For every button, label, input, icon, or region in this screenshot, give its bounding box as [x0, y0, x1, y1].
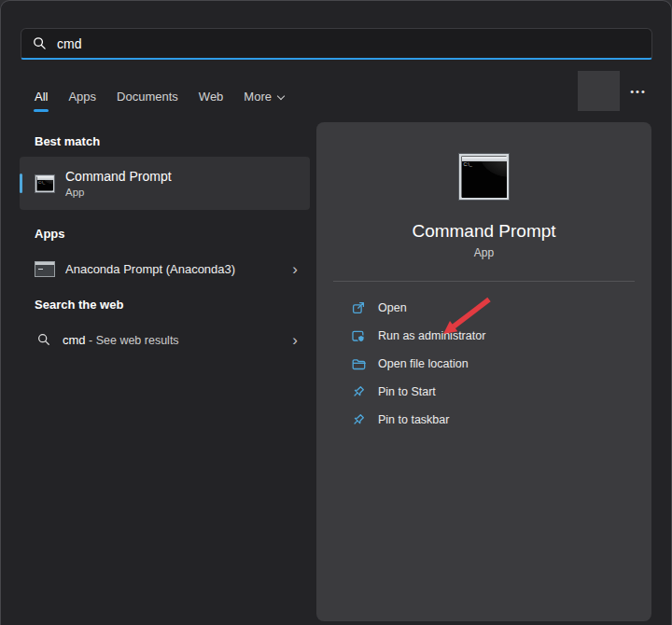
- search-the-web-heading: Search the web: [35, 298, 123, 312]
- tab-apps[interactable]: Apps: [68, 90, 96, 104]
- search-icon: [37, 333, 50, 346]
- chevron-down-icon: [277, 92, 285, 100]
- preview-subtitle: App: [474, 246, 494, 259]
- result-web-search-cmd[interactable]: cmd - See web results ›: [20, 318, 310, 361]
- action-run-as-administrator[interactable]: Run as administrator: [351, 322, 651, 350]
- action-label: Pin to taskbar: [378, 413, 449, 426]
- tab-more[interactable]: More: [244, 90, 284, 104]
- divider: [333, 281, 635, 282]
- anaconda-prompt-icon: [35, 261, 55, 277]
- action-label: Pin to Start: [378, 385, 436, 398]
- run-as-administrator-icon: [351, 328, 366, 343]
- chevron-right-icon[interactable]: ›: [292, 332, 298, 348]
- folder-icon: [351, 356, 366, 371]
- action-open-file-location[interactable]: Open file location: [351, 350, 651, 378]
- filter-tabs: All Apps Documents Web More: [35, 83, 284, 109]
- search-bar[interactable]: [21, 28, 652, 60]
- action-label: Open: [378, 301, 407, 314]
- chevron-right-icon[interactable]: ›: [292, 261, 298, 277]
- search-flyout-window: All Apps Documents Web More ••• Best mat…: [0, 0, 672, 625]
- action-pin-to-start[interactable]: Pin to Start: [351, 378, 651, 406]
- open-icon: [351, 300, 366, 315]
- action-pin-to-taskbar[interactable]: Pin to taskbar: [351, 406, 651, 434]
- tab-documents[interactable]: Documents: [117, 90, 178, 104]
- preview-panel: C:\_ Command Prompt App Open Run as admi…: [316, 122, 651, 621]
- result-subtitle: App: [65, 187, 172, 198]
- action-label: Open file location: [378, 357, 469, 370]
- tab-web[interactable]: Web: [199, 90, 224, 104]
- preview-title: Command Prompt: [412, 221, 555, 242]
- result-anaconda-prompt[interactable]: Anaconda Prompt (Anaconda3) ›: [20, 247, 310, 290]
- more-options-icon[interactable]: •••: [623, 81, 654, 102]
- action-list: Open Run as administrator Open file loca…: [316, 294, 651, 434]
- search-icon: [33, 36, 47, 50]
- best-match-result-command-prompt[interactable]: C:\_ Command Prompt App: [20, 157, 310, 210]
- result-label: Anaconda Prompt (Anaconda3): [65, 262, 235, 276]
- selection-indicator: [20, 174, 22, 193]
- web-query: cmd: [63, 333, 86, 347]
- web-suffix: - See web results: [86, 334, 179, 347]
- pin-icon: [351, 384, 366, 399]
- action-open[interactable]: Open: [351, 294, 651, 322]
- command-prompt-icon: C:\_: [35, 174, 55, 193]
- pin-icon: [351, 412, 366, 427]
- action-label: Run as administrator: [378, 329, 485, 342]
- command-prompt-icon-large: C:\_: [458, 153, 510, 201]
- account-area[interactable]: [578, 71, 620, 111]
- apps-heading: Apps: [35, 227, 65, 241]
- tab-all[interactable]: All: [35, 90, 48, 104]
- search-input[interactable]: [57, 36, 640, 51]
- best-match-heading: Best match: [35, 134, 100, 148]
- result-title: Command Prompt: [65, 169, 172, 184]
